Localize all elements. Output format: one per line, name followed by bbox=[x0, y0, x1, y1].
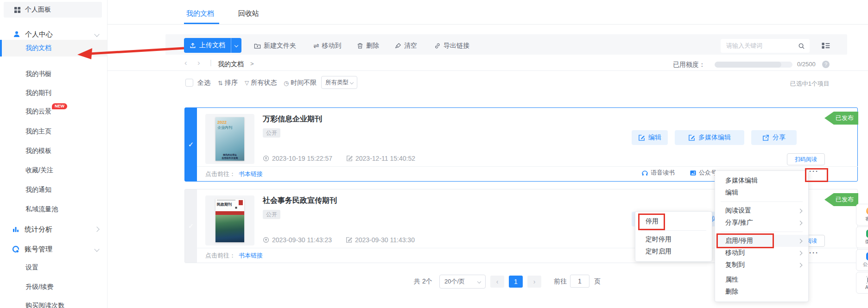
prev-page-button[interactable]: ‹ bbox=[490, 276, 504, 288]
select-all-label[interactable]: 全选 bbox=[197, 79, 210, 87]
sidebar-group-personal-center[interactable]: 个人中心 bbox=[13, 28, 101, 41]
page-size-select[interactable]: 20个/页 bbox=[439, 275, 486, 289]
menu-item-copy-to[interactable]: 复制到 bbox=[715, 259, 808, 271]
status-filter[interactable]: ▽ 所有状态 bbox=[245, 79, 277, 87]
sidebar-item-my-templates[interactable]: 我的模板 bbox=[25, 147, 51, 155]
check-icon: ✓ bbox=[188, 140, 194, 149]
quota-progress-bar bbox=[715, 62, 792, 68]
search-input[interactable]: 请输入关键词 bbox=[721, 39, 810, 53]
menu-item-disable[interactable]: 停用 bbox=[635, 215, 712, 227]
upload-dropdown-button[interactable] bbox=[231, 38, 241, 53]
cover-image: 民政期刊 bbox=[215, 199, 244, 242]
sidebar-group-label: 统计分析 bbox=[25, 225, 52, 234]
document-title[interactable]: 万彩信息企业期刊 bbox=[263, 114, 322, 124]
sidebar-item-upgrade[interactable]: 升级/续费 bbox=[25, 283, 53, 291]
document-title[interactable]: 社会事务民政宣传期刊 bbox=[263, 196, 337, 206]
clear-button[interactable]: 清空 bbox=[395, 42, 417, 50]
new-badge: NEW bbox=[52, 103, 67, 109]
menu-item-delete[interactable]: 删除 bbox=[715, 286, 808, 298]
sidebar-item-settings[interactable]: 设置 bbox=[25, 264, 38, 272]
card-unselected-checkmark[interactable]: ✓ bbox=[185, 189, 197, 263]
tab-recycle-bin[interactable]: 回收站 bbox=[238, 9, 259, 18]
view-toggle-icon[interactable] bbox=[821, 42, 830, 50]
sidebar-item-my-cloudview[interactable]: 我的云景 bbox=[25, 107, 51, 116]
export-link-button[interactable]: 导出链接 bbox=[434, 42, 469, 50]
wechat-channel[interactable]: 公众号 bbox=[690, 169, 717, 177]
sidebar-item-dashboard[interactable]: 个人面板 bbox=[4, 2, 102, 18]
breadcrumb[interactable]: 我的文档 bbox=[218, 60, 244, 69]
status-filter-label: 所有状态 bbox=[251, 79, 277, 87]
audio-read-label: 语音读书 bbox=[651, 169, 675, 177]
audio-read-channel[interactable]: 语音读书 bbox=[641, 169, 675, 177]
sidebar-group-statistics[interactable]: 统计分析 bbox=[12, 223, 101, 236]
share-button[interactable]: 分享 bbox=[751, 130, 797, 145]
menu-item-media-edit[interactable]: 多媒体编辑 bbox=[715, 175, 808, 187]
publish-time-icon bbox=[263, 237, 269, 243]
sidebar-item-my-journals[interactable]: 我的期刊 bbox=[25, 89, 51, 97]
goto-page-input[interactable]: 1 bbox=[570, 275, 589, 288]
card-selected-checkmark[interactable]: ✓ bbox=[185, 108, 197, 181]
menu-item-label: 多媒体编辑 bbox=[725, 176, 758, 185]
edit-time-icon bbox=[346, 237, 352, 243]
current-page-button[interactable]: 1 bbox=[509, 276, 523, 288]
menu-item-properties[interactable]: 属性 bbox=[715, 274, 808, 286]
upload-button[interactable]: 上传文档 bbox=[184, 38, 241, 53]
time-filter[interactable]: ◷ 时间不限 bbox=[284, 79, 317, 87]
sidebar-item-notifications[interactable]: 我的通知 bbox=[25, 186, 51, 194]
media-edit-button[interactable]: 多媒体编辑 bbox=[675, 130, 744, 145]
tab-my-documents[interactable]: 我的文档 bbox=[186, 9, 214, 18]
search-icon[interactable] bbox=[798, 43, 805, 50]
book-link[interactable]: 书本链接 bbox=[239, 251, 263, 260]
move-to-button[interactable]: ⇌ 移动到 bbox=[313, 42, 342, 50]
document-thumbnail[interactable]: 2022 企业内刊 领先的全球化 应用软件开发商 bbox=[205, 114, 254, 164]
chevron-right-icon bbox=[798, 220, 803, 225]
goto-page-label: 前往 bbox=[554, 277, 567, 286]
sidebar-item-my-homepage[interactable]: 我的主页 bbox=[25, 127, 51, 136]
menu-item-read-settings[interactable]: 阅读设置 bbox=[715, 205, 808, 217]
app-widget[interactable]: APP bbox=[856, 272, 868, 294]
sidebar-item-buy-reads[interactable]: 购买阅读次数 bbox=[25, 302, 64, 308]
floating-widgets: 客服 微信 公众号 APP bbox=[856, 204, 868, 295]
wechat-widget[interactable]: 微信 bbox=[856, 226, 868, 248]
delete-button[interactable]: 删除 bbox=[357, 42, 379, 50]
help-icon[interactable]: ? bbox=[822, 61, 830, 68]
qr-read-button[interactable]: 扫码阅读 bbox=[787, 153, 825, 165]
sidebar-item-label: 个人面板 bbox=[25, 6, 51, 14]
sort-button[interactable]: ⇅ 排序 bbox=[218, 79, 238, 87]
cover-line2: 应用软件开发商 bbox=[215, 157, 244, 159]
menu-item-move-to[interactable]: 移动到 bbox=[715, 247, 808, 259]
annotation-arrow bbox=[76, 44, 185, 61]
menu-item-scheduled-disable[interactable]: 定时停用 bbox=[635, 233, 712, 245]
sidebar-item-my-bookshelf[interactable]: 我的书橱 bbox=[25, 70, 51, 78]
sidebar-group-account[interactable]: 账号管理 bbox=[12, 243, 101, 256]
select-all-checkbox[interactable] bbox=[185, 79, 193, 87]
sidebar-item-favorites[interactable]: 收藏/关注 bbox=[25, 166, 53, 175]
edit-button[interactable]: 编辑 bbox=[632, 130, 668, 145]
visibility-badge: 公开 bbox=[263, 128, 280, 138]
book-link[interactable]: 书本链接 bbox=[239, 170, 263, 178]
more-actions-button[interactable]: ··· bbox=[809, 249, 819, 257]
document-thumbnail[interactable]: 民政期刊 bbox=[205, 195, 254, 245]
chevron-right-icon bbox=[798, 239, 803, 243]
new-folder-button[interactable]: 新建文件夹 bbox=[254, 42, 296, 50]
sidebar-item-private-traffic[interactable]: 私域流量池 bbox=[25, 205, 58, 214]
customer-service-widget[interactable]: 客服 bbox=[856, 204, 868, 226]
menu-item-edit[interactable]: 编辑 bbox=[715, 187, 808, 199]
quota-value: 0/2500 bbox=[797, 61, 816, 68]
menu-item-share-promote[interactable]: 分享/推广 bbox=[715, 217, 808, 229]
sidebar-group-label: 账号管理 bbox=[25, 245, 52, 254]
next-page-button[interactable]: › bbox=[527, 276, 541, 288]
menu-item-label: 属性 bbox=[725, 276, 738, 284]
type-filter-select[interactable]: 所有类型 bbox=[321, 76, 357, 89]
more-actions-button[interactable]: ··· bbox=[809, 167, 819, 175]
menu-item-scheduled-enable[interactable]: 定时启用 bbox=[635, 245, 712, 258]
menu-divider bbox=[721, 232, 803, 232]
created-date: 2023-09-30 11:43:23 bbox=[272, 236, 332, 244]
official-account-widget[interactable]: 公众号 bbox=[856, 249, 868, 271]
menu-item-label: 停用 bbox=[646, 217, 659, 226]
wechat-icon bbox=[866, 230, 868, 238]
nav-forward-icon[interactable]: › bbox=[197, 58, 200, 68]
enable-disable-submenu: 停用 定时停用 定时启用 bbox=[635, 211, 712, 262]
edit-icon bbox=[638, 134, 645, 141]
menu-item-enable-disable[interactable]: 启用/停用 bbox=[715, 235, 808, 247]
